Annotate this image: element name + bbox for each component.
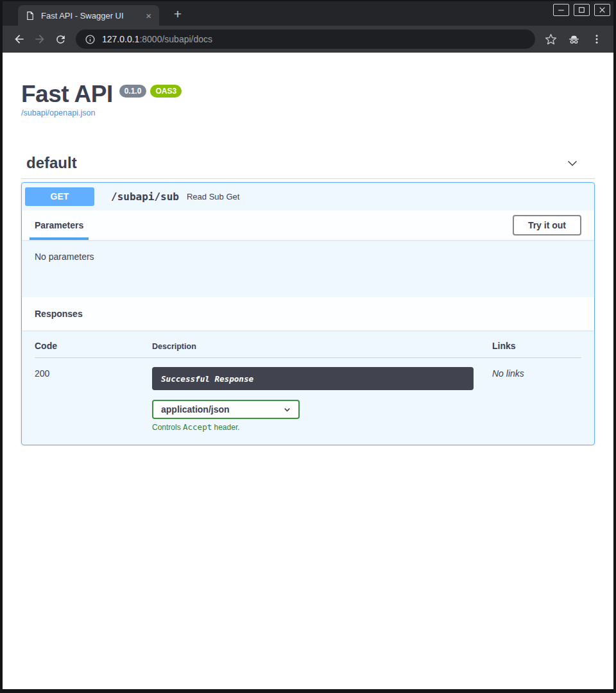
reload-button[interactable] xyxy=(50,29,71,49)
accept-header-code: Accept xyxy=(183,422,212,432)
swagger-page: Fast API 0.1.0 OAS3 /subapi/openapi.json… xyxy=(3,53,613,689)
url-bar[interactable]: 127.0.0.1:8000/subapi/docs xyxy=(76,30,535,49)
controls-accept-note: Controls Accept header. xyxy=(152,422,492,432)
swagger-container: Fast API 0.1.0 OAS3 /subapi/openapi.json… xyxy=(3,53,613,445)
parameters-title: Parameters xyxy=(35,220,83,230)
close-button[interactable] xyxy=(594,4,610,16)
site-info-icon[interactable] xyxy=(85,34,96,45)
browser-toolbar: 127.0.0.1:8000/subapi/docs xyxy=(3,26,613,53)
response-links: No links xyxy=(492,367,581,432)
new-tab-button[interactable]: + xyxy=(169,6,186,22)
responses-title: Responses xyxy=(35,309,83,319)
links-column-header: Links xyxy=(492,341,581,351)
forward-button[interactable] xyxy=(30,29,50,49)
oas3-badge: OAS3 xyxy=(150,85,182,98)
menu-dots-icon[interactable] xyxy=(586,29,607,49)
content-type-select[interactable]: application/json xyxy=(152,400,300,419)
responses-body: Code Description Links 200 Successful Re… xyxy=(22,330,594,445)
response-code: 200 xyxy=(35,367,152,432)
active-tab-underline xyxy=(30,237,89,240)
incognito-icon[interactable] xyxy=(563,29,584,49)
parameters-header: Parameters Try it out xyxy=(22,210,594,240)
no-parameters-text: No parameters xyxy=(35,252,94,262)
tab-strip: Fast API - Swagger UI × + xyxy=(3,1,613,26)
tag-section-default[interactable]: default xyxy=(21,154,595,179)
responses-table-header: Code Description Links xyxy=(35,341,581,358)
maximize-button[interactable] xyxy=(574,4,590,16)
tab-close-icon[interactable]: × xyxy=(143,10,154,21)
operation-path: /subapi/sub xyxy=(111,191,179,203)
response-description-cell: Successful Response application/json Con… xyxy=(152,367,492,432)
openapi-spec-link[interactable]: /subapi/openapi.json xyxy=(21,108,96,117)
back-button[interactable] xyxy=(9,29,30,49)
version-badge: 0.1.0 xyxy=(119,85,147,98)
toolbar-actions xyxy=(540,29,607,49)
browser-tab[interactable]: Fast API - Swagger UI × xyxy=(18,5,159,26)
code-column-header: Code xyxy=(35,341,152,351)
collapse-chevron-icon[interactable] xyxy=(565,156,579,170)
url-host: 127.0.0.1 xyxy=(102,34,139,44)
browser-window: Fast API - Swagger UI × + xyxy=(0,0,616,693)
minimize-button[interactable] xyxy=(553,4,569,16)
operation-summary-text: Read Sub Get xyxy=(187,192,239,201)
responses-header: Responses xyxy=(22,297,594,330)
tab-title: Fast API - Swagger UI xyxy=(41,11,143,21)
select-chevron-icon xyxy=(282,405,292,415)
url-text: 127.0.0.1:8000/subapi/docs xyxy=(102,34,212,44)
response-row-200: 200 Successful Response application/json xyxy=(35,358,581,432)
tag-name: default xyxy=(26,154,77,172)
try-it-out-button[interactable]: Try it out xyxy=(513,215,581,235)
response-description-text: Successful Response xyxy=(161,374,253,384)
api-title: Fast API xyxy=(21,82,113,106)
bookmark-star-icon[interactable] xyxy=(540,29,561,49)
operation-summary[interactable]: GET /subapi/sub Read Sub Get xyxy=(22,183,594,210)
parameters-body: No parameters xyxy=(22,240,594,297)
window-controls xyxy=(553,4,610,16)
opblock-get: GET /subapi/sub Read Sub Get Parameters … xyxy=(21,182,595,445)
page-favicon-icon xyxy=(25,10,35,21)
content-type-value: application/json xyxy=(161,404,230,415)
media-type-control: application/json Controls Accept header. xyxy=(152,400,492,432)
method-badge: GET xyxy=(25,187,94,206)
description-column-header: Description xyxy=(152,342,492,351)
api-info: Fast API 0.1.0 OAS3 /subapi/openapi.json xyxy=(21,53,595,118)
url-path: :8000/subapi/docs xyxy=(139,34,212,44)
response-description-box: Successful Response xyxy=(152,367,474,390)
